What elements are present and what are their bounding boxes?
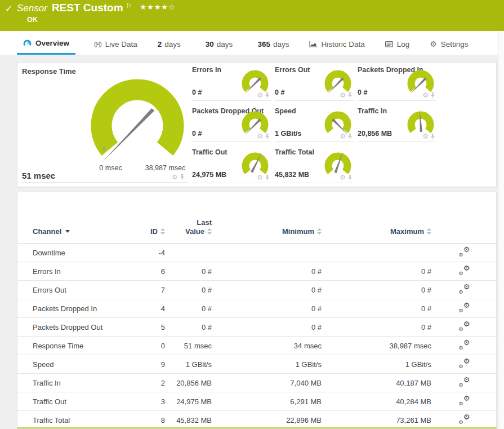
sort-icon xyxy=(427,228,431,235)
header-label: ID xyxy=(150,227,158,236)
tab-label: Log xyxy=(397,40,410,48)
flag-icon[interactable]: ⚐ xyxy=(126,2,132,10)
channel-settings-icon[interactable]: ⚙⚙ xyxy=(459,266,470,275)
page-right-gutter[interactable] xyxy=(498,31,504,429)
log-icon xyxy=(385,41,393,47)
channel-maximum: 0 # xyxy=(322,318,431,337)
channel-maximum: 38,987 msec xyxy=(322,337,431,355)
channel-name: Traffic Out xyxy=(17,392,133,411)
channel-settings-icon[interactable]: ⚙⚙ xyxy=(459,247,470,256)
channel-maximum: 40,187 MB xyxy=(322,374,431,392)
gauge-cell: Traffic Total 45,832 MB ⚙ xyxy=(275,145,354,183)
channel-minimum: 0 # xyxy=(212,262,322,281)
pin-icon[interactable] xyxy=(347,175,353,181)
tab-label: Overview xyxy=(35,39,69,47)
channel-settings-icon[interactable]: ⚙⚙ xyxy=(459,303,470,312)
channel-maximum: 0 # xyxy=(322,299,431,318)
gauge-settings-gear-icon[interactable]: ⚙ xyxy=(257,174,263,182)
gauge-settings-gear-icon[interactable]: ⚙ xyxy=(422,132,429,140)
channel-settings-icon[interactable]: ⚙⚙ xyxy=(459,340,470,350)
header-last-value[interactable]: Last Value xyxy=(165,192,212,244)
sort-icon xyxy=(160,228,165,235)
channel-minimum: 1 GBit/s xyxy=(212,355,322,374)
gauge-settings-gear-icon[interactable]: ⚙ xyxy=(340,174,346,182)
tab-number: 365 xyxy=(257,40,270,48)
historic-data-chart-icon xyxy=(309,41,317,47)
pin-icon[interactable] xyxy=(265,134,270,140)
tab-bar: Overview ((•)) Live Data 2 days 30 days … xyxy=(0,33,475,55)
pin-icon[interactable] xyxy=(180,174,185,180)
table-row: Speed 9 1 GBit/s 1 GBit/s 1 GBit/s ⚙⚙ xyxy=(17,355,497,374)
tab-live-data[interactable]: ((•)) Live Data xyxy=(88,33,144,55)
gauge-max-label: 38,987 msec xyxy=(133,164,198,172)
header-actions xyxy=(431,192,497,244)
channel-minimum: 0 # xyxy=(212,299,322,318)
tab-log[interactable]: Log xyxy=(379,33,416,55)
tab-settings[interactable]: ⚙ Settings xyxy=(423,33,474,55)
tab-historic-data[interactable]: Historic Data xyxy=(303,33,371,55)
gauge-label: Traffic Out xyxy=(192,148,228,156)
channel-settings-icon[interactable]: ⚙⚙ xyxy=(459,378,470,387)
gauge-label: Traffic Total xyxy=(275,148,314,156)
channel-settings-icon[interactable]: ⚙⚙ xyxy=(459,415,470,424)
pin-icon[interactable] xyxy=(430,134,435,140)
gauge-label: Speed xyxy=(275,107,296,115)
channel-id: 9 xyxy=(133,355,165,374)
overview-panel: Response Time x̄ 0 msec 38,987 msec 51 m… xyxy=(17,62,497,187)
gauge-cell: Errors In 0 # ⚙ xyxy=(192,63,271,101)
pin-icon[interactable] xyxy=(347,134,353,140)
gauge-label: Errors Out xyxy=(275,66,310,74)
status-ok-check-icon: ✓ xyxy=(5,3,12,14)
channel-settings-icon[interactable]: ⚙⚙ xyxy=(459,285,470,294)
tab-2-days[interactable]: 2 days xyxy=(151,33,187,55)
channel-last-value: 0 # xyxy=(165,299,212,318)
tab-30-days[interactable]: 30 days xyxy=(199,33,239,55)
tab-label: Historic Data xyxy=(321,40,364,48)
pin-icon[interactable] xyxy=(265,92,270,99)
gauge-value: 1 GBit/s xyxy=(275,130,301,138)
tab-overview[interactable]: Overview xyxy=(17,33,75,55)
status-badge: OK xyxy=(27,16,38,24)
header-channel[interactable]: Channel xyxy=(17,192,133,244)
gauge-value: 20,856 MB xyxy=(358,130,392,138)
gauge-settings-gear-icon[interactable]: ⚙ xyxy=(172,173,178,181)
gauge-value: 0 # xyxy=(358,89,367,96)
table-row: Downtime -4 ⚙⚙ xyxy=(17,244,497,262)
channel-last-value: 20,856 MB xyxy=(165,374,212,392)
channel-maximum: 40,284 MB xyxy=(322,392,431,411)
gauge-settings-gear-icon[interactable]: ⚙ xyxy=(422,91,429,99)
response-time-value: 51 msec xyxy=(22,171,55,180)
header-label: Channel xyxy=(33,227,61,236)
channel-minimum: 7,040 MB xyxy=(212,374,322,392)
tab-365-days[interactable]: 365 days xyxy=(251,33,295,55)
tab-label: days xyxy=(164,40,181,48)
channel-maximum: 0 # xyxy=(322,281,431,299)
channel-maximum: 0 # xyxy=(322,262,431,281)
page-title: REST Custom xyxy=(52,2,123,14)
pin-icon[interactable] xyxy=(265,175,270,181)
channel-settings-icon[interactable]: ⚙⚙ xyxy=(459,359,470,368)
gauge-settings-gear-icon[interactable]: ⚙ xyxy=(257,91,263,99)
header-id[interactable]: ID xyxy=(133,192,165,244)
gauge-settings-gear-icon[interactable]: ⚙ xyxy=(340,132,346,140)
channel-settings-icon[interactable]: ⚙⚙ xyxy=(459,322,470,331)
pin-icon[interactable] xyxy=(430,92,435,99)
sort-icon xyxy=(207,228,212,235)
header-label: Minimum xyxy=(282,227,314,236)
channel-name: Response Time xyxy=(17,337,133,355)
priority-stars[interactable]: ★★★★☆ xyxy=(140,3,175,11)
header-label: Last xyxy=(197,218,212,227)
pin-icon[interactable] xyxy=(347,92,353,99)
gauge-cell: Packets Dropped Out 0 # ⚙ xyxy=(192,104,271,142)
tab-number: 30 xyxy=(206,40,214,48)
tab-label: days xyxy=(217,40,233,48)
table-row: Errors In 6 0 # 0 # 0 # ⚙⚙ xyxy=(17,262,497,281)
channel-name: Downtime xyxy=(17,244,133,262)
header-minimum[interactable]: Minimum xyxy=(212,192,322,244)
header-maximum[interactable]: Maximum xyxy=(322,192,431,244)
channel-settings-icon[interactable]: ⚙⚙ xyxy=(459,396,470,405)
gauge-settings-gear-icon[interactable]: ⚙ xyxy=(257,132,263,140)
settings-gear-icon: ⚙ xyxy=(430,39,437,48)
gauge-settings-gear-icon[interactable]: ⚙ xyxy=(340,91,346,99)
channel-id: 4 xyxy=(133,299,165,318)
